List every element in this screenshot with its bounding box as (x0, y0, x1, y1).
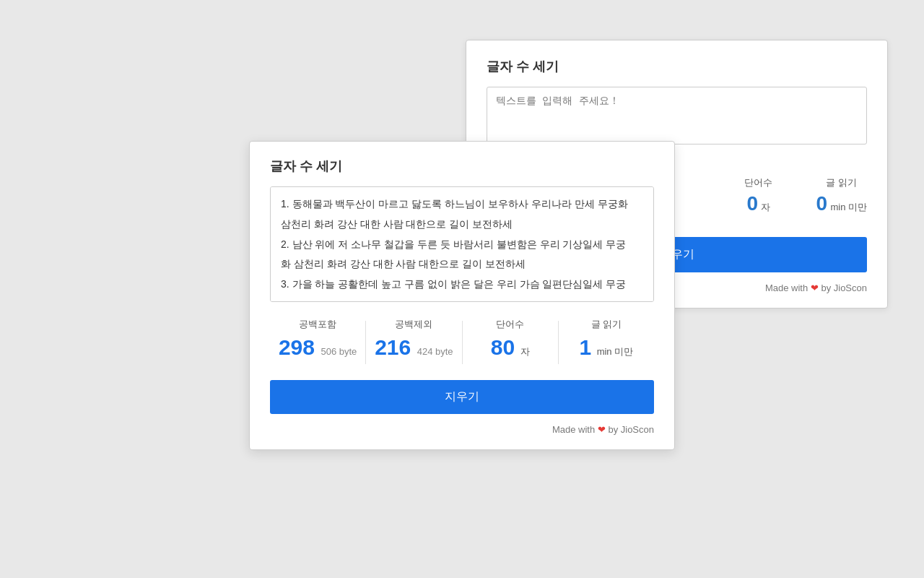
back-stat-label-reading: 글 읽기 (816, 176, 867, 189)
stat-unit-without-spaces: 424 byte (417, 346, 453, 357)
back-stat-reading: 글 읽기 0 min 미만 (816, 176, 867, 215)
stat-value-reading: 1 (580, 335, 592, 359)
back-stat-unit-reading: min 미만 (830, 202, 867, 212)
back-stat-value-word: 0 (746, 192, 758, 215)
back-stat-value-reading: 0 (816, 192, 827, 215)
text-line-3: 2. 남산 위에 저 소나무 철갑을 두른 듯 바람서리 불변함은 우리 기상일… (281, 236, 643, 254)
text-line-5: 3. 가을 하늘 공활한데 높고 구름 없이 밝은 달은 우리 가슴 일편단심일… (281, 276, 643, 293)
back-footer-by: by JioScon (821, 282, 867, 293)
text-content-display[interactable]: 1. 동해물과 백두산이 마르고 닳도록 하느님이 보우하사 우리나라 만세 무… (270, 186, 654, 302)
front-card: 글자 수 세기 1. 동해물과 백두산이 마르고 닳도록 하느님이 보우하사 우… (249, 141, 675, 450)
front-footer: Made with ❤ by JioScon (270, 424, 654, 435)
back-stat-unit-word: 자 (761, 202, 770, 212)
stat-with-spaces: 공백포함 298 506 byte (270, 318, 365, 360)
back-stat-word-count: 단어수 0 자 (744, 176, 772, 215)
back-card-title: 글자 수 세기 (487, 58, 867, 75)
stat-label-reading: 글 읽기 (559, 318, 654, 331)
stat-label-without-spaces: 공백제외 (366, 318, 461, 331)
front-card-title: 글자 수 세기 (270, 158, 654, 175)
stat-reading-time: 글 읽기 1 min 미만 (559, 318, 654, 360)
text-line-4: 화 삼천리 화려 강산 대한 사람 대한으로 길이 보전하세 (281, 256, 643, 273)
stat-label-word-count: 단어수 (463, 318, 558, 331)
stat-value-with-spaces: 298 (279, 335, 315, 359)
back-stat-label-word: 단어수 (744, 176, 772, 189)
front-footer-made-with: Made with (552, 424, 595, 435)
text-line-1: 1. 동해물과 백두산이 마르고 닳도록 하느님이 보우하사 우리나라 만세 무… (281, 196, 643, 213)
front-clear-button[interactable]: 지우기 (270, 380, 654, 414)
stat-value-without-spaces: 216 (375, 335, 411, 359)
back-textarea[interactable] (487, 87, 867, 144)
stat-unit-reading: min 미만 (597, 346, 634, 357)
stat-value-word-count: 80 (491, 335, 515, 359)
front-footer-by: by JioScon (608, 424, 654, 435)
front-stats-row: 공백포함 298 506 byte 공백제외 216 424 byte 단어수 … (270, 318, 654, 364)
back-footer-heart-icon: ❤ (811, 282, 819, 293)
stat-label-with-spaces: 공백포함 (270, 318, 365, 331)
front-footer-heart-icon: ❤ (598, 424, 606, 435)
stat-without-spaces: 공백제외 216 424 byte (366, 318, 461, 360)
stat-unit-with-spaces: 506 byte (321, 346, 357, 357)
stat-unit-word-count: 자 (520, 346, 530, 357)
back-footer-made-with: Made with (765, 282, 808, 293)
stat-word-count: 단어수 80 자 (463, 318, 558, 360)
text-line-2: 삼천리 화려 강산 대한 사람 대한으로 길이 보전하세 (281, 216, 643, 233)
